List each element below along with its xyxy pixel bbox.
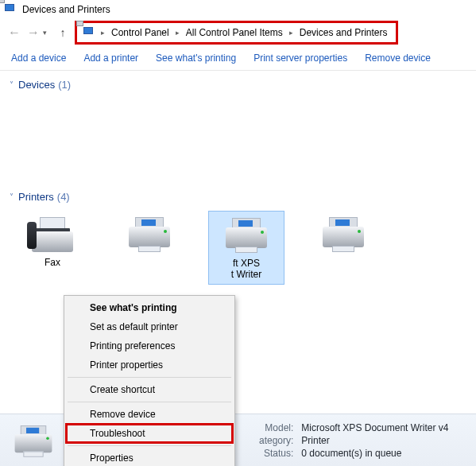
shield-icon	[71, 408, 83, 421]
chevron-right-icon[interactable]: ▸	[99, 29, 106, 37]
menu-create-shortcut[interactable]: Create shortcut	[66, 380, 233, 399]
nav-back-button[interactable]: ←	[6, 25, 22, 40]
chevron-down-icon: ˅	[10, 80, 14, 89]
nav-bar: ← → ▾ ↑ ▸ Control Panel ▸ All Control Pa…	[0, 19, 476, 46]
details-grid: Model: Microsoft XPS Document Writer v4 …	[259, 422, 449, 459]
devices-printers-icon	[5, 3, 17, 16]
remove-device-button[interactable]: Remove device	[365, 52, 431, 64]
fax-icon	[27, 214, 78, 254]
printers-items: Fax ft XPSt Writer	[0, 208, 476, 288]
see-printing-button[interactable]: See what's printing	[156, 52, 236, 64]
menu-set-default-printer[interactable]: Set as default printer	[66, 317, 233, 336]
add-printer-button[interactable]: Add a printer	[83, 52, 138, 64]
details-model-value: Microsoft XPS Document Writer v4	[301, 422, 448, 433]
details-status-label: Status:	[259, 448, 293, 459]
device-printer[interactable]	[111, 211, 188, 285]
chevron-right-icon[interactable]: ▸	[174, 29, 181, 37]
printer-icon	[221, 215, 272, 254]
details-category-label: ategory:	[259, 435, 293, 446]
details-category-value: Printer	[301, 435, 448, 446]
nav-up-button[interactable]: ↑	[56, 26, 70, 39]
printers-group-count: (4)	[57, 191, 70, 203]
window-title: Devices and Printers	[22, 4, 110, 15]
add-device-button[interactable]: Add a device	[11, 52, 66, 64]
devices-group-header[interactable]: ˅ Devices (1)	[0, 71, 476, 95]
printers-group-label: Printers	[18, 191, 54, 203]
breadcrumb: ▸ Control Panel ▸ All Control Panel Item…	[75, 21, 398, 45]
chevron-right-icon[interactable]: ▸	[288, 29, 295, 37]
nav-history-dropdown[interactable]: ▾	[43, 29, 52, 37]
command-bar: Add a device Add a printer See what's pr…	[0, 46, 476, 71]
device-printer[interactable]	[305, 211, 381, 285]
printer-icon	[124, 214, 175, 254]
menu-separator	[68, 402, 231, 402]
breadcrumb-item[interactable]: Control Panel	[106, 27, 174, 38]
nav-forward-button[interactable]: →	[25, 25, 41, 40]
breadcrumb-item[interactable]: Devices and Printers	[295, 27, 393, 38]
chevron-down-icon: ˅	[10, 192, 14, 201]
printer-icon	[10, 422, 56, 458]
menu-troubleshoot[interactable]: Troubleshoot	[66, 424, 233, 443]
menu-separator	[68, 445, 231, 446]
breadcrumb-root-icon[interactable]	[83, 26, 96, 39]
device-fax[interactable]: Fax	[14, 211, 91, 285]
printer-icon	[318, 214, 369, 254]
devices-group-label: Devices	[18, 79, 55, 91]
menu-printer-properties[interactable]: Printer properties	[66, 355, 233, 375]
printers-group-header[interactable]: ˅ Printers (4)	[0, 183, 476, 208]
device-label: ft XPSt Writer	[231, 258, 261, 281]
device-xps-writer[interactable]: ft XPSt Writer	[208, 211, 284, 285]
details-status-value: 0 document(s) in queue	[301, 448, 448, 459]
menu-see-whats-printing[interactable]: See what's printing	[66, 298, 233, 317]
device-label: Fax	[45, 257, 60, 268]
breadcrumb-item[interactable]: All Control Panel Items	[181, 27, 288, 38]
devices-items	[0, 95, 476, 183]
title-bar: Devices and Printers	[0, 0, 476, 19]
menu-properties[interactable]: Properties	[66, 449, 233, 466]
context-menu: See what's printing Set as default print…	[64, 295, 235, 466]
details-model-label: Model:	[259, 422, 293, 433]
devices-group-count: (1)	[58, 79, 71, 91]
menu-separator	[68, 377, 231, 378]
print-server-properties-button[interactable]: Print server properties	[253, 52, 347, 64]
menu-printing-preferences[interactable]: Printing preferences	[66, 336, 233, 355]
menu-remove-device[interactable]: Remove device	[66, 405, 233, 424]
